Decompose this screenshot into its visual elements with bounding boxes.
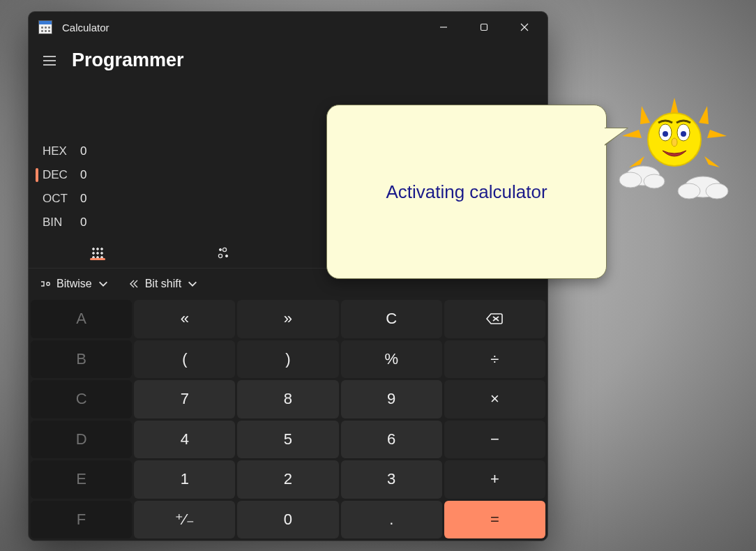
svg-point-33: [663, 131, 668, 137]
key-5[interactable]: 5: [237, 421, 338, 459]
key-a[interactable]: A: [31, 300, 132, 338]
svg-point-38: [644, 174, 665, 188]
svg-point-34: [681, 131, 686, 137]
key-3[interactable]: 3: [341, 460, 442, 499]
bit-keypad-toggle[interactable]: [161, 247, 288, 259]
key-negate[interactable]: ⁺∕₋: [134, 501, 235, 539]
key-f[interactable]: F: [31, 501, 132, 539]
bitshift-label: Bit shift: [145, 278, 181, 290]
svg-point-40: [678, 183, 700, 199]
key-1[interactable]: 1: [134, 460, 235, 499]
chevron-down-icon: [98, 278, 109, 289]
key-equals[interactable]: =: [444, 501, 545, 539]
key-lparen[interactable]: (: [134, 340, 235, 379]
key-backspace[interactable]: [444, 300, 545, 338]
svg-point-15: [101, 257, 103, 259]
key-clear[interactable]: C: [341, 300, 442, 338]
chevron-down-icon: [187, 278, 198, 289]
key-add[interactable]: +: [444, 460, 545, 499]
svg-marker-29: [629, 156, 644, 167]
key-c-hex[interactable]: C: [31, 380, 132, 418]
svg-point-9: [101, 248, 103, 250]
mode-title: Programmer: [72, 50, 184, 71]
svg-point-16: [219, 248, 221, 250]
bitshift-dropdown[interactable]: Bit shift: [128, 278, 198, 290]
svg-point-19: [225, 255, 227, 257]
base-dec-value: 0: [80, 168, 86, 182]
key-b[interactable]: B: [31, 340, 132, 379]
svg-rect-1: [481, 24, 487, 31]
titlebar: Calculator: [29, 12, 547, 43]
svg-point-10: [93, 252, 95, 255]
calculator-app-icon: [38, 20, 52, 34]
svg-point-11: [97, 252, 99, 255]
svg-marker-24: [699, 106, 709, 124]
base-bin-label: BIN: [43, 216, 80, 229]
key-7[interactable]: 7: [134, 380, 235, 418]
key-9[interactable]: 9: [341, 380, 442, 418]
base-hex-value: 0: [80, 144, 86, 158]
assistant-speech-bubble: Activating calculator: [326, 105, 607, 279]
base-oct-value: 0: [80, 192, 86, 206]
key-divide[interactable]: ÷: [444, 340, 545, 379]
svg-point-18: [218, 254, 222, 257]
svg-point-7: [93, 248, 95, 250]
svg-point-35: [672, 138, 677, 146]
svg-point-31: [659, 124, 672, 141]
base-dec-label: DEC: [43, 168, 80, 182]
bitwise-label: Bitwise: [56, 278, 92, 290]
key-decimal[interactable]: .: [341, 501, 442, 539]
base-oct-label: OCT: [43, 192, 80, 206]
keypad: A « » C B ( ) % ÷ C 7 8 9 × D 4 5 6 − E …: [29, 298, 547, 541]
key-rparen[interactable]: ): [237, 340, 338, 379]
svg-point-17: [222, 248, 226, 251]
full-keypad-toggle[interactable]: [34, 247, 161, 259]
svg-point-12: [101, 252, 103, 255]
menu-button[interactable]: [40, 51, 59, 70]
window-controls: [423, 12, 545, 43]
key-2[interactable]: 2: [237, 460, 338, 499]
svg-point-14: [97, 257, 99, 259]
key-multiply[interactable]: ×: [444, 380, 545, 418]
svg-point-39: [685, 176, 721, 197]
svg-marker-26: [704, 156, 720, 167]
close-button[interactable]: [504, 12, 545, 43]
svg-point-37: [619, 172, 642, 188]
base-hex-label: HEX: [43, 144, 80, 158]
key-0[interactable]: 0: [237, 501, 338, 539]
key-right-shift[interactable]: »: [237, 300, 338, 338]
svg-point-20: [47, 282, 50, 285]
svg-point-8: [97, 248, 99, 250]
svg-point-30: [648, 113, 701, 166]
assistant-sun-character: [615, 98, 734, 209]
svg-marker-23: [670, 98, 679, 117]
svg-marker-27: [640, 106, 650, 124]
key-e[interactable]: E: [31, 460, 132, 499]
svg-point-32: [677, 124, 690, 141]
key-subtract[interactable]: −: [444, 421, 545, 459]
bitwise-dropdown[interactable]: Bitwise: [40, 278, 109, 290]
svg-point-36: [626, 166, 660, 186]
maximize-button[interactable]: [464, 12, 504, 43]
key-left-shift[interactable]: «: [134, 300, 235, 338]
key-mod[interactable]: %: [341, 340, 442, 379]
window-title: Calculator: [62, 22, 109, 33]
base-bin-value: 0: [80, 216, 86, 229]
svg-point-41: [706, 183, 728, 199]
key-d[interactable]: D: [31, 421, 132, 459]
key-4[interactable]: 4: [134, 421, 235, 459]
assistant-message: Activating calculator: [386, 181, 547, 203]
key-8[interactable]: 8: [237, 380, 338, 418]
minimize-button[interactable]: [423, 12, 464, 43]
key-6[interactable]: 6: [341, 421, 442, 459]
svg-point-13: [93, 257, 95, 259]
svg-marker-25: [707, 130, 727, 138]
mode-row: Programmer: [29, 43, 547, 75]
